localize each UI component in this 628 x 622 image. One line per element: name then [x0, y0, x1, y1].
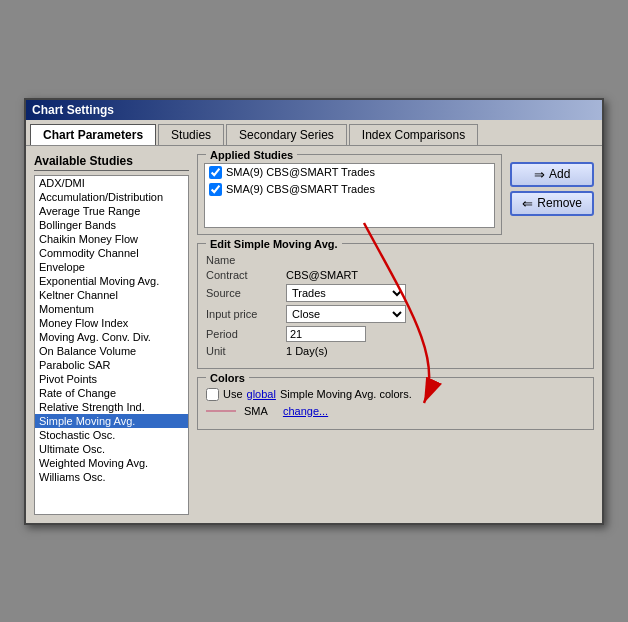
- label-contract: Contract: [206, 269, 286, 281]
- sma-label: SMA: [244, 405, 268, 417]
- list-item-selected[interactable]: Simple Moving Avg.: [35, 414, 188, 428]
- field-input-price: Input price Close: [206, 305, 585, 323]
- sma-color-row: SMA change...: [206, 405, 585, 417]
- list-item[interactable]: Chaikin Money Flow: [35, 232, 188, 246]
- applied-studies-legend: Applied Studies: [206, 149, 297, 161]
- value-unit: 1 Day(s): [286, 345, 585, 357]
- applied-studies-inner: SMA(9) CBS@SMART Trades SMA(9) CBS@SMART…: [198, 163, 501, 234]
- applied-checkbox-2[interactable]: [209, 183, 222, 196]
- label-input-price: Input price: [206, 308, 286, 320]
- input-price-select[interactable]: Close: [286, 305, 406, 323]
- list-item[interactable]: Stochastic Osc.: [35, 428, 188, 442]
- colors-legend: Colors: [206, 372, 249, 384]
- edit-section: Edit Simple Moving Avg. Name Contract CB…: [197, 243, 594, 369]
- list-item[interactable]: Ultimate Osc.: [35, 442, 188, 456]
- tab-index-comparisons[interactable]: Index Comparisons: [349, 124, 478, 145]
- colors-inner: Use global Simple Moving Avg. colors. SM…: [198, 386, 593, 429]
- list-item[interactable]: Relative Strength Ind.: [35, 400, 188, 414]
- period-input[interactable]: [286, 326, 366, 342]
- studies-list[interactable]: ADX/DMI Accumulation/Distribution Averag…: [34, 175, 189, 515]
- list-item[interactable]: Commodity Channel: [35, 246, 188, 260]
- window-title: Chart Settings: [32, 103, 114, 117]
- add-remove-buttons: ⇒ Add ⇐ Remove: [510, 154, 594, 235]
- list-item[interactable]: Williams Osc.: [35, 470, 188, 484]
- list-item[interactable]: Pivot Points: [35, 372, 188, 386]
- list-item[interactable]: Keltner Channel: [35, 288, 188, 302]
- right-panel: Applied Studies SMA(9) CBS@SMART Trades: [197, 154, 594, 515]
- list-item[interactable]: Money Flow Index: [35, 316, 188, 330]
- list-item[interactable]: Moving Avg. Conv. Div.: [35, 330, 188, 344]
- sma-color-line: [206, 410, 236, 412]
- edit-legend: Edit Simple Moving Avg.: [206, 238, 342, 250]
- list-item[interactable]: Bollinger Bands: [35, 218, 188, 232]
- field-source: Source Trades: [206, 284, 585, 302]
- use-label: Use: [223, 388, 243, 400]
- list-item[interactable]: Envelope: [35, 260, 188, 274]
- field-period: Period: [206, 326, 585, 342]
- field-name: Name: [206, 254, 585, 266]
- add-button[interactable]: ⇒ Add: [510, 162, 594, 187]
- applied-item-1[interactable]: SMA(9) CBS@SMART Trades: [205, 164, 494, 181]
- global-link[interactable]: global: [247, 388, 276, 400]
- applied-item-2[interactable]: SMA(9) CBS@SMART Trades: [205, 181, 494, 198]
- applied-list: SMA(9) CBS@SMART Trades SMA(9) CBS@SMART…: [204, 163, 495, 228]
- use-global-checkbox[interactable]: [206, 388, 219, 401]
- list-item[interactable]: Momentum: [35, 302, 188, 316]
- colors-section: Colors Use global Simple Moving Avg. col…: [197, 377, 594, 430]
- left-panel: Available Studies ADX/DMI Accumulation/D…: [34, 154, 189, 515]
- label-unit: Unit: [206, 345, 286, 357]
- applied-studies-section: Applied Studies SMA(9) CBS@SMART Trades: [197, 154, 502, 235]
- remove-button[interactable]: ⇐ Remove: [510, 191, 594, 216]
- source-select[interactable]: Trades: [286, 284, 406, 302]
- list-item[interactable]: ADX/DMI: [35, 176, 188, 190]
- change-link-spacer: [276, 405, 279, 417]
- label-source: Source: [206, 287, 286, 299]
- value-contract: CBS@SMART: [286, 269, 585, 281]
- applied-checkbox-1[interactable]: [209, 166, 222, 179]
- label-name: Name: [206, 254, 286, 266]
- list-item[interactable]: Average True Range: [35, 204, 188, 218]
- use-global-suffix: Simple Moving Avg. colors.: [280, 388, 412, 400]
- list-item[interactable]: Weighted Moving Avg.: [35, 456, 188, 470]
- tab-chart-parameters[interactable]: Chart Parameters: [30, 124, 156, 145]
- list-item[interactable]: Rate of Change: [35, 386, 188, 400]
- list-item[interactable]: Exponential Moving Avg.: [35, 274, 188, 288]
- list-item[interactable]: Accumulation/Distribution: [35, 190, 188, 204]
- chart-settings-window: Chart Settings Chart Parameters Studies …: [24, 98, 604, 525]
- edit-fields: Name Contract CBS@SMART Source Tra: [198, 252, 593, 368]
- field-unit: Unit 1 Day(s): [206, 345, 585, 357]
- change-link[interactable]: change...: [283, 405, 328, 417]
- title-bar: Chart Settings: [26, 100, 602, 120]
- field-contract: Contract CBS@SMART: [206, 269, 585, 281]
- list-item[interactable]: Parabolic SAR: [35, 358, 188, 372]
- tab-bar: Chart Parameters Studies Secondary Serie…: [26, 120, 602, 146]
- list-item[interactable]: On Balance Volume: [35, 344, 188, 358]
- applied-row: Applied Studies SMA(9) CBS@SMART Trades: [197, 154, 594, 235]
- label-period: Period: [206, 328, 286, 340]
- available-studies-title: Available Studies: [34, 154, 189, 171]
- use-global-row: Use global Simple Moving Avg. colors.: [206, 388, 585, 401]
- tab-studies[interactable]: Studies: [158, 124, 224, 145]
- main-content: Available Studies ADX/DMI Accumulation/D…: [26, 146, 602, 523]
- tab-secondary-series[interactable]: Secondary Series: [226, 124, 347, 145]
